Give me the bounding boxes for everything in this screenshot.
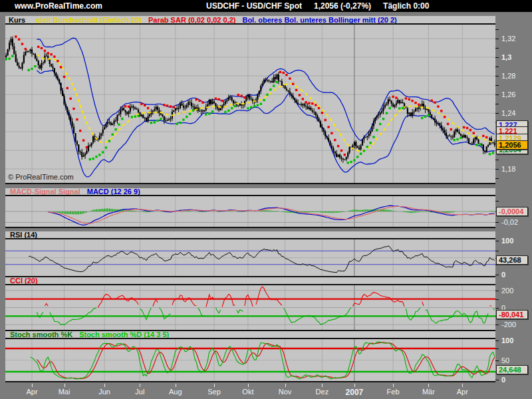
x-axis-label: Jun [98, 388, 110, 396]
x-axis-tick [32, 384, 33, 387]
cci-svg[interactable] [5, 285, 495, 330]
macd-chart-area[interactable] [5, 196, 495, 228]
x-axis-tick [140, 384, 140, 387]
x-axis-tick [248, 384, 249, 387]
x-axis-label: Sep [207, 388, 221, 396]
macd-signal-label[interactable]: MACD-Signal Signal [10, 188, 80, 196]
y-axis-tick [495, 160, 499, 160]
y-axis-tick [495, 340, 499, 341]
y-axis-label: 200 [501, 287, 513, 295]
y-axis-tick [495, 201, 499, 201]
x-axis-label: Mär [422, 388, 435, 396]
y-axis-tick [495, 299, 499, 300]
y-axis-label: 1,28 [501, 72, 515, 80]
y-axis-label: 1,18 [501, 165, 515, 173]
macd-label[interactable]: MACD (12 26 9) [87, 188, 140, 196]
y-axis-tick [495, 29, 499, 30]
y-axis-tick [495, 275, 499, 275]
x-axis-tick [285, 384, 286, 387]
parabolic-sar-label[interactable]: Parab SAR (0,02 0,02 0,2) [148, 16, 235, 24]
x-axis-tick [104, 384, 105, 387]
x-axis-label: Apr [457, 388, 468, 396]
y-axis-tick [495, 348, 499, 349]
bollinger-bands [37, 38, 495, 177]
moving-average-label[interactable]: gleit Durchschnitt (Einfach 20) [36, 16, 142, 24]
y-axis-tick [495, 360, 499, 361]
y-axis-tick [495, 94, 499, 95]
x-axis-label: Apr [26, 388, 37, 396]
x-axis-label: Okt [242, 388, 253, 396]
price-tag: 24,648 [496, 365, 528, 374]
cci-line [37, 287, 495, 325]
time-axis[interactable]: AprMaiJunJulAugSepOktNovDez2007FebMärApr [0, 382, 532, 399]
timeframe-label[interactable]: Täglich 0:00 [383, 1, 429, 11]
macd-header: MACD-Signal Signal MACD (12 26 9) [5, 188, 495, 196]
price-tag: -0,0004 [496, 207, 528, 216]
rsi-label[interactable]: RSI (14) [10, 231, 37, 239]
y-axis-label: -200 [501, 321, 516, 329]
price-chart-area[interactable]: © ProRealTime.com [5, 25, 495, 184]
y-axis-tick [495, 66, 499, 67]
x-axis-label: Dez [316, 388, 329, 396]
x-axis-label: Aug [169, 388, 182, 396]
rsi-svg[interactable] [5, 239, 495, 276]
last-quote: 1,2056 (-0,27%) [314, 1, 371, 11]
y-axis-tick [495, 48, 499, 49]
copyright-watermark: © ProRealTime.com [8, 173, 74, 181]
y-axis-tick [495, 39, 499, 39]
y-axis-label: 50 [501, 356, 509, 364]
x-axis-tick [354, 384, 355, 387]
y-axis-label: 1,3 [501, 53, 511, 61]
y-axis-tick [495, 178, 499, 179]
price-axis-column[interactable]: 1,321,31,281,261,241,181,2271,2211,21291… [495, 0, 532, 399]
y-axis-tick [495, 308, 499, 309]
stoch-k-label[interactable]: Stoch smooth %K [10, 331, 72, 338]
stoch-header: Stoch smooth %K Stoch smooth %D (14 3 5) [5, 331, 495, 339]
y-axis-tick [495, 325, 499, 325]
x-axis-tick [214, 384, 215, 387]
y-axis-label: -0,02 [501, 218, 518, 226]
x-axis-label: Mai [59, 388, 70, 396]
y-axis-tick [495, 241, 499, 241]
x-axis-label: 2007 [346, 388, 364, 397]
instrument-title: USDCHF - USD/CHF Spot [206, 1, 302, 11]
main-chart-header: Kurs gleit Durchschnitt (Einfach 20) Par… [5, 16, 495, 25]
sma20-line [37, 55, 495, 152]
y-axis-tick [495, 113, 499, 114]
x-axis-tick [322, 384, 323, 387]
y-axis-tick [495, 380, 499, 380]
price-tag: 43,268 [496, 255, 528, 265]
rsi-line [29, 246, 495, 273]
stoch-chart-area[interactable] [5, 339, 495, 382]
x-axis-tick [65, 384, 65, 387]
y-axis-tick [495, 57, 499, 58]
macd-svg[interactable] [5, 196, 495, 227]
y-axis-label: 1,26 [501, 90, 515, 98]
stoch-svg[interactable] [5, 339, 495, 381]
kurs-tab[interactable]: Kurs [7, 16, 29, 24]
y-axis-label: 100 [501, 237, 513, 245]
cci-label[interactable]: CCI (20) [10, 277, 38, 285]
y-axis-label: 1,32 [501, 35, 515, 43]
stoch-d-label[interactable]: Stoch smooth %D (14 3 5) [79, 331, 169, 338]
y-axis-tick [495, 169, 499, 170]
site-link[interactable]: www.ProRealTime.com [15, 1, 102, 11]
y-axis-tick [495, 104, 499, 104]
y-axis-tick [495, 291, 499, 291]
x-axis-label: Feb [387, 388, 400, 396]
bollinger-label[interactable]: Bol. oberes Bol. unteres Bollinger mitt … [242, 16, 396, 24]
y-axis-label: 0 [501, 271, 505, 279]
y-axis-label: 100 [501, 336, 513, 344]
price-chart-svg[interactable] [5, 25, 495, 183]
cci-chart-area[interactable] [5, 285, 495, 331]
x-axis-tick [393, 384, 394, 387]
grid-lines [5, 239, 495, 276]
x-axis-tick [176, 384, 176, 387]
prorealtime-window: www.ProRealTime.com USDCHF - USD/CHF Spo… [0, 0, 532, 399]
x-axis-label: Jul [135, 388, 144, 396]
y-axis-tick [495, 222, 499, 223]
cci-header: CCI (20) [5, 277, 495, 285]
macd-signal-line [48, 207, 495, 224]
x-axis-tick [462, 384, 463, 387]
rsi-chart-area[interactable] [5, 239, 495, 277]
